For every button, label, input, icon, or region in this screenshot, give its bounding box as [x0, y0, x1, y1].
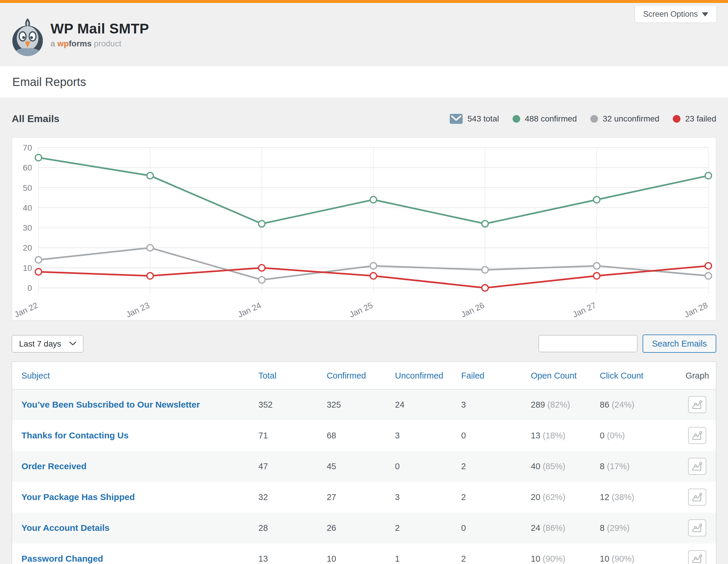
unconfirmed-cell: 24: [395, 389, 461, 420]
failed-cell: 0: [461, 420, 531, 451]
page-title: Email Reports: [12, 75, 716, 89]
svg-text:Jan 28: Jan 28: [683, 300, 709, 319]
screen-options-button[interactable]: Screen Options: [635, 6, 717, 23]
failed-cell: 3: [461, 389, 531, 420]
confirmed-cell: 45: [327, 451, 395, 482]
svg-text:Jan 24: Jan 24: [236, 300, 262, 319]
graph-button[interactable]: [688, 550, 706, 564]
table-row: You’ve Been Subscribed to Our Newsletter…: [12, 389, 716, 420]
click-count-cell: 8 (17%): [600, 451, 679, 482]
svg-text:50: 50: [23, 184, 32, 193]
dot-icon: [673, 115, 680, 123]
legend-item-unconfirmed: 32 unconfirmed: [590, 114, 659, 124]
section-head: All Emails 543 total488 confirmed32 unco…: [12, 113, 716, 124]
svg-text:Jan 25: Jan 25: [348, 300, 374, 319]
table-row: Password Changed13101210 (90%)10 (90%): [12, 543, 716, 564]
confirmed-cell: 27: [327, 482, 395, 513]
open-count-cell: 10 (90%): [531, 543, 600, 564]
graph-button[interactable]: [688, 427, 706, 444]
total-cell: 352: [258, 389, 327, 420]
column-header-subject[interactable]: Subject: [12, 362, 258, 389]
confirmed-cell: 26: [327, 513, 395, 543]
search-input[interactable]: [539, 335, 637, 352]
chart-card: 010203040506070Jan 22Jan 23Jan 24Jan 25J…: [12, 137, 716, 320]
graph-button[interactable]: [688, 396, 706, 413]
wpforms-brand-forms: forms: [69, 39, 92, 48]
svg-text:Jan 23: Jan 23: [125, 300, 151, 319]
unconfirmed-cell: 1: [395, 543, 461, 564]
click-count-cell: 8 (29%): [600, 513, 679, 543]
legend-label: 543 total: [467, 114, 499, 124]
title-band: Email Reports: [0, 66, 728, 98]
failed-cell: 0: [461, 513, 531, 543]
column-header-total[interactable]: Total: [258, 362, 327, 389]
top-accent-bar: [0, 0, 728, 3]
open-count-cell: 289 (82%): [531, 389, 600, 420]
graph-button[interactable]: [688, 489, 706, 506]
legend-label: 23 failed: [685, 114, 716, 124]
open-count-cell: 20 (62%): [531, 482, 600, 513]
failed-cell: 2: [461, 482, 531, 513]
legend-label: 32 unconfirmed: [603, 114, 659, 124]
column-header-open-count[interactable]: Open Count: [531, 362, 600, 389]
svg-text:Jan 22: Jan 22: [13, 300, 39, 319]
svg-text:30: 30: [23, 223, 32, 233]
envelope-icon: [450, 114, 463, 124]
date-range-select[interactable]: Last 7 days: [12, 335, 83, 352]
content-area: All Emails 543 total488 confirmed32 unco…: [0, 113, 728, 564]
line-chart-icon: [692, 554, 702, 563]
column-header-confirmed[interactable]: Confirmed: [327, 362, 395, 389]
emails-table-card: SubjectTotalConfirmedUnconfirmedFailedOp…: [12, 361, 716, 564]
pigeon-logo-icon: [12, 13, 43, 57]
svg-text:40: 40: [23, 203, 32, 213]
column-header-failed[interactable]: Failed: [461, 362, 531, 389]
unconfirmed-cell: 0: [395, 451, 461, 482]
open-count-cell: 40 (85%): [531, 451, 600, 482]
graph-button[interactable]: [688, 519, 706, 536]
open-count-cell: 13 (18%): [531, 420, 600, 451]
click-count-cell: 10 (90%): [600, 543, 679, 564]
search-emails-button[interactable]: Search Emails: [643, 334, 716, 353]
click-count-cell: 0 (0%): [600, 420, 679, 451]
brand-tagline: a wpforms product: [50, 39, 149, 48]
svg-text:0: 0: [27, 283, 32, 292]
dot-icon: [513, 115, 520, 123]
failed-cell: 2: [461, 543, 531, 564]
plugin-header: WP Mail SMTP a wpforms product Screen Op…: [0, 3, 728, 66]
open-count-cell: 24 (86%): [531, 513, 600, 543]
email-subject-link[interactable]: Password Changed: [21, 554, 103, 563]
email-reports-page: WP Mail SMTP a wpforms product Screen Op…: [0, 0, 728, 564]
click-count-cell: 12 (38%): [600, 482, 679, 513]
column-header-unconfirmed[interactable]: Unconfirmed: [395, 362, 461, 389]
email-subject-link[interactable]: Your Account Details: [21, 523, 109, 533]
table-row: Your Account Details28262024 (86%)8 (29%…: [12, 513, 716, 543]
unconfirmed-cell: 2: [395, 513, 461, 543]
emails-line-chart: 010203040506070Jan 22Jan 23Jan 24Jan 25J…: [12, 138, 716, 320]
legend-item-failed: 23 failed: [673, 114, 716, 124]
column-header-click-count[interactable]: Click Count: [600, 362, 679, 389]
total-cell: 13: [258, 543, 327, 564]
svg-text:70: 70: [23, 143, 32, 152]
email-subject-link[interactable]: You’ve Been Subscribed to Our Newsletter: [21, 400, 200, 409]
email-subject-link[interactable]: Your Package Has Shipped: [21, 492, 135, 502]
svg-text:Jan 27: Jan 27: [571, 300, 597, 319]
graph-button[interactable]: [688, 458, 706, 475]
confirmed-cell: 325: [327, 389, 395, 420]
line-chart-icon: [692, 493, 702, 501]
line-chart-icon: [692, 523, 702, 532]
section-title: All Emails: [12, 113, 60, 124]
confirmed-cell: 10: [327, 543, 395, 564]
total-cell: 32: [258, 482, 327, 513]
chart-legend: 543 total488 confirmed32 unconfirmed23 f…: [450, 114, 716, 124]
svg-text:60: 60: [23, 163, 32, 172]
email-subject-link[interactable]: Order Received: [21, 461, 87, 471]
legend-item-total: 543 total: [450, 114, 499, 124]
dot-icon: [590, 115, 598, 123]
total-cell: 71: [258, 420, 327, 451]
unconfirmed-cell: 3: [395, 482, 461, 513]
email-subject-link[interactable]: Thanks for Contacting Us: [21, 430, 129, 440]
column-header-graph: Graph: [679, 362, 716, 389]
svg-text:Jan 26: Jan 26: [460, 300, 486, 319]
table-row: Order Received47450240 (85%)8 (17%): [12, 451, 716, 482]
emails-table: SubjectTotalConfirmedUnconfirmedFailedOp…: [12, 362, 716, 564]
